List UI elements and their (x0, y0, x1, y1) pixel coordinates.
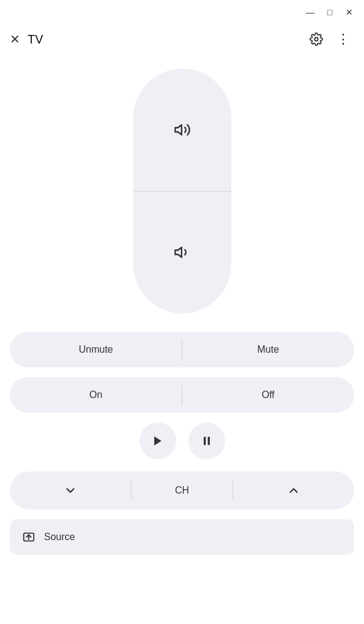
volume-pill (133, 69, 231, 314)
volume-container (0, 69, 364, 314)
app-header: ✕ TV ⋮ (0, 24, 364, 56)
more-icon: ⋮ (336, 32, 350, 46)
back-close-button[interactable]: ✕ (10, 33, 20, 45)
mute-button-row: Unmute Mute (10, 332, 354, 367)
unmute-button[interactable]: Unmute (10, 332, 182, 367)
svg-rect-4 (204, 437, 206, 445)
channel-label: CH (132, 485, 233, 496)
source-icon (22, 530, 35, 544)
svg-marker-1 (175, 125, 182, 135)
chevron-down-icon (64, 484, 77, 497)
header-left: ✕ TV (10, 32, 43, 47)
channel-up-button[interactable] (233, 472, 354, 509)
off-button[interactable]: Off (182, 377, 355, 413)
settings-button[interactable] (305, 28, 327, 50)
source-button[interactable]: Source (10, 519, 354, 555)
play-button[interactable] (139, 423, 176, 459)
power-button-row: On Off (10, 377, 354, 413)
ch-left-divider (131, 481, 132, 500)
source-label: Source (44, 532, 75, 543)
maximize-button[interactable]: □ (322, 5, 337, 20)
window-close-button[interactable]: ✕ (342, 5, 357, 20)
svg-rect-5 (207, 437, 209, 445)
volume-down-button[interactable] (133, 192, 231, 314)
gear-icon (310, 32, 323, 46)
volume-up-button[interactable] (133, 69, 231, 191)
media-controls (0, 423, 364, 459)
pause-button[interactable] (188, 423, 225, 459)
channel-down-button[interactable] (10, 472, 131, 509)
page-title: TV (28, 32, 43, 47)
play-icon (152, 435, 164, 447)
svg-marker-2 (175, 247, 182, 257)
svg-marker-3 (154, 437, 162, 446)
on-button[interactable]: On (10, 377, 182, 413)
header-right: ⋮ (305, 28, 354, 50)
mute-button[interactable]: Mute (182, 332, 355, 367)
channel-row: CH (10, 472, 354, 509)
volume-up-icon (174, 121, 191, 138)
minimize-button[interactable]: — (303, 5, 318, 20)
svg-point-0 (314, 37, 318, 41)
pause-icon (201, 435, 213, 447)
chevron-up-icon (287, 484, 300, 497)
volume-down-icon (174, 244, 191, 261)
more-options-button[interactable]: ⋮ (332, 28, 354, 50)
title-bar: — □ ✕ (0, 0, 364, 24)
